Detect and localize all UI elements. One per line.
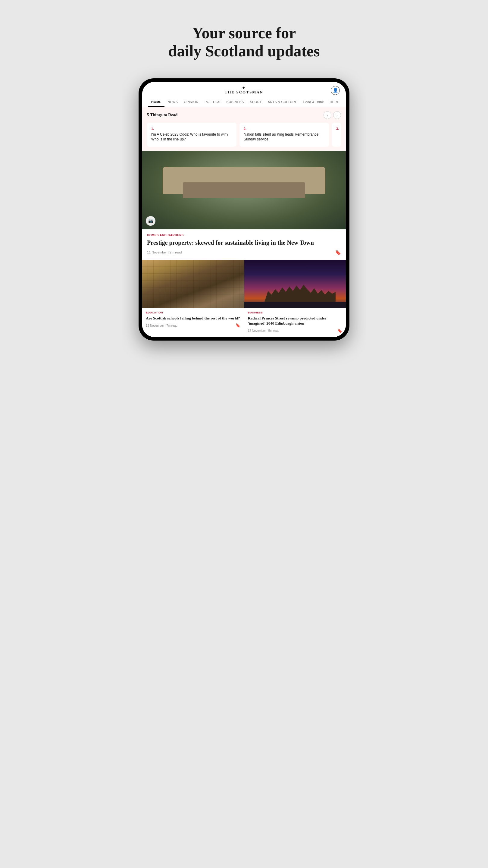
thing-text-1: I'm A Celeb 2023 Odds: Who is favourite … bbox=[151, 132, 232, 142]
tab-politics[interactable]: POLITICS bbox=[201, 98, 224, 107]
grid-article-business[interactable]: Business Radical Princes Street revamp p… bbox=[244, 260, 346, 337]
arrow-right[interactable]: › bbox=[333, 111, 341, 119]
grid-article-education[interactable]: Education Are Scottish schools falling b… bbox=[142, 260, 244, 337]
phone-mockup: ⚜ THE SCOTSMAN 👤 HOME NEWS OPINION POLIT… bbox=[122, 79, 366, 359]
tab-business[interactable]: BUSINESS bbox=[224, 98, 247, 107]
app-header-top: ⚜ THE SCOTSMAN 👤 bbox=[148, 86, 340, 95]
education-date: 12 November | 7m read bbox=[146, 324, 177, 327]
main-article-bookmark[interactable]: 🔖 bbox=[335, 250, 341, 255]
edinburgh-image bbox=[244, 260, 346, 308]
thing-number-1: 1. bbox=[151, 127, 232, 130]
logo-icon: ⚜ bbox=[225, 86, 263, 90]
tab-sport[interactable]: SPORT bbox=[247, 98, 265, 107]
tab-home[interactable]: HOME bbox=[148, 98, 164, 107]
main-article-title: Prestige property: skewed for sustainabl… bbox=[147, 239, 341, 247]
tab-arts[interactable]: ARTS & CULTURE bbox=[265, 98, 300, 107]
nav-arrows: ‹ › bbox=[324, 111, 341, 119]
main-article-content: Homes And Gardens Prestige property: ske… bbox=[142, 229, 346, 259]
main-article-category: Homes And Gardens bbox=[147, 234, 341, 237]
exam-image bbox=[142, 260, 244, 308]
app-logo: ⚜ THE SCOTSMAN bbox=[225, 86, 263, 95]
arrow-left[interactable]: ‹ bbox=[324, 111, 331, 119]
main-article-image: 📷 bbox=[142, 151, 346, 229]
main-article-date: 11 November | 2m read bbox=[147, 250, 182, 254]
aerial-building-visual bbox=[142, 151, 346, 229]
phone-frame: ⚜ THE SCOTSMAN 👤 HOME NEWS OPINION POLIT… bbox=[138, 79, 350, 341]
tab-heritage[interactable]: HERITAGE bbox=[327, 98, 340, 107]
main-article-meta: 11 November | 2m read 🔖 bbox=[147, 250, 341, 255]
business-date: 12 November | 5m read bbox=[248, 329, 280, 333]
thing-text-2: Nation falls silent as King leads Rememb… bbox=[244, 132, 325, 142]
phone-screen: ⚜ THE SCOTSMAN 👤 HOME NEWS OPINION POLIT… bbox=[142, 82, 346, 337]
five-things-header: 5 Things to Read ‹ › bbox=[147, 111, 341, 119]
five-things-title: 5 Things to Read bbox=[147, 113, 177, 118]
articles-grid: Education Are Scottish schools falling b… bbox=[142, 260, 346, 337]
hero-section: Your source for daily Scotland updates bbox=[122, 0, 366, 79]
app-header: ⚜ THE SCOTSMAN 👤 HOME NEWS OPINION POLIT… bbox=[142, 82, 346, 107]
nav-tabs: HOME NEWS OPINION POLITICS BUSINESS SPOR… bbox=[148, 98, 340, 107]
education-title: Are Scottish schools falling behind the … bbox=[146, 315, 240, 321]
education-category: Education bbox=[146, 311, 240, 314]
thing-card-2[interactable]: 2. Nation falls silent as King leads Rem… bbox=[239, 123, 329, 147]
user-icon[interactable]: 👤 bbox=[331, 86, 340, 95]
education-meta: 12 November | 7m read 🔖 bbox=[146, 323, 240, 328]
thing-card-3-partial: 3. bbox=[332, 123, 341, 147]
business-meta: 12 November | 5m read 🔖 bbox=[248, 329, 343, 333]
grid-article-business-content: Business Radical Princes Street revamp p… bbox=[244, 308, 346, 337]
tab-food[interactable]: Food & Drink bbox=[300, 98, 327, 107]
camera-badge: 📷 bbox=[146, 216, 156, 226]
tab-opinion[interactable]: OPINION bbox=[181, 98, 201, 107]
business-category: Business bbox=[248, 311, 343, 314]
tab-news[interactable]: NEWS bbox=[164, 98, 181, 107]
hero-title: Your source for daily Scotland updates bbox=[134, 24, 354, 60]
thing-number-3-partial: 3. bbox=[336, 127, 337, 130]
main-article[interactable]: 📷 Homes And Gardens Prestige property: s… bbox=[142, 151, 346, 259]
grid-article-education-content: Education Are Scottish schools falling b… bbox=[142, 308, 244, 332]
business-bookmark[interactable]: 🔖 bbox=[337, 329, 342, 333]
thing-number-2: 2. bbox=[244, 127, 325, 130]
education-bookmark[interactable]: 🔖 bbox=[235, 323, 240, 328]
five-things-cards: 1. I'm A Celeb 2023 Odds: Who is favouri… bbox=[147, 123, 341, 147]
business-title: Radical Princes Street revamp predicted … bbox=[248, 315, 343, 326]
thing-card-1[interactable]: 1. I'm A Celeb 2023 Odds: Who is favouri… bbox=[147, 123, 236, 147]
five-things-section: 5 Things to Read ‹ › 1. I'm A Celeb 2023… bbox=[142, 107, 346, 151]
